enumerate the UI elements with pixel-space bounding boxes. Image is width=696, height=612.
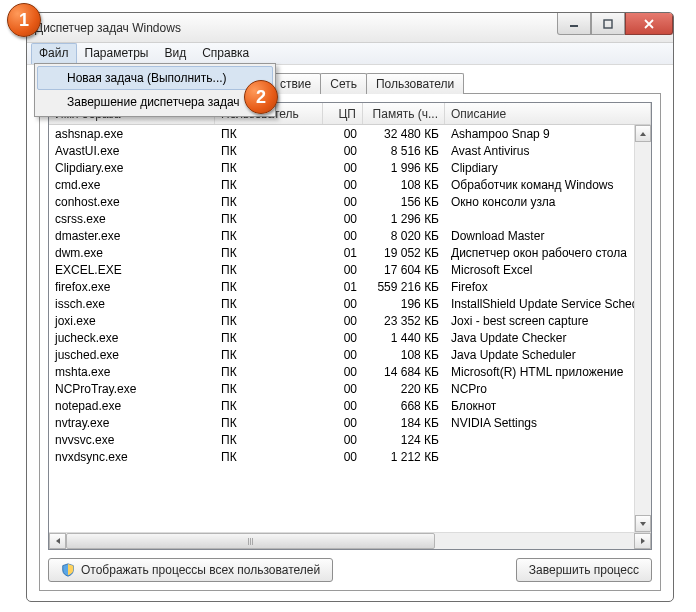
table-row[interactable]: EXCEL.EXEПК0017 604 КБMicrosoft Excel [49, 261, 651, 278]
vertical-scrollbar[interactable] [634, 125, 651, 532]
cell-desc: NVIDIA Settings [445, 415, 651, 431]
cell-mem: 8 516 КБ [363, 143, 445, 159]
cell-mem: 1 996 КБ [363, 160, 445, 176]
cell-name: issch.exe [49, 296, 215, 312]
svg-rect-0 [570, 25, 578, 27]
table-row[interactable]: issch.exeПК00196 КБInstallShield Update … [49, 295, 651, 312]
table-row[interactable]: dmaster.exeПК008 020 КБDownload Master [49, 227, 651, 244]
cell-mem: 668 КБ [363, 398, 445, 414]
cell-mem: 1 296 КБ [363, 211, 445, 227]
cell-desc: Firefox [445, 279, 651, 295]
menu-help[interactable]: Справка [194, 43, 257, 64]
cell-cpu: 00 [323, 228, 363, 244]
cell-mem: 32 480 КБ [363, 126, 445, 142]
horizontal-scrollbar[interactable] [49, 532, 651, 549]
col-desc[interactable]: Описание [445, 103, 651, 124]
cell-desc: Avast Antivirus [445, 143, 651, 159]
cell-name: nvtray.exe [49, 415, 215, 431]
cell-user: ПК [215, 364, 323, 380]
maximize-button[interactable] [591, 13, 625, 35]
cell-cpu: 00 [323, 262, 363, 278]
cell-user: ПК [215, 313, 323, 329]
scroll-left-icon[interactable] [49, 533, 66, 549]
table-row[interactable]: firefox.exeПК01559 216 КБFirefox [49, 278, 651, 295]
cell-name: jucheck.exe [49, 330, 215, 346]
table-row[interactable]: csrss.exeПК001 296 КБ [49, 210, 651, 227]
table-row[interactable]: nvxdsync.exeПК001 212 КБ [49, 448, 651, 465]
menu-exit-taskmgr[interactable]: Завершение диспетчера задач [37, 90, 273, 114]
table-row[interactable]: Clipdiary.exeПК001 996 КБClipdiary [49, 159, 651, 176]
cell-user: ПК [215, 398, 323, 414]
table-row[interactable]: notepad.exeПК00668 КББлокнот [49, 397, 651, 414]
table-row[interactable]: jusched.exeПК00108 КБJava Update Schedul… [49, 346, 651, 363]
cell-cpu: 00 [323, 398, 363, 414]
scroll-down-icon[interactable] [635, 515, 651, 532]
menu-view[interactable]: Вид [156, 43, 194, 64]
cell-mem: 19 052 КБ [363, 245, 445, 261]
cell-name: nvxdsync.exe [49, 449, 215, 465]
cell-mem: 1 440 КБ [363, 330, 445, 346]
cell-user: ПК [215, 160, 323, 176]
table-row[interactable]: AvastUI.exeПК008 516 КБAvast Antivirus [49, 142, 651, 159]
cell-desc [445, 456, 651, 458]
cell-name: joxi.exe [49, 313, 215, 329]
table-row[interactable]: cmd.exeПК00108 КБОбработчик команд Windo… [49, 176, 651, 193]
cell-name: csrss.exe [49, 211, 215, 227]
cell-desc: NCPro [445, 381, 651, 397]
shield-icon [61, 563, 75, 577]
table-row[interactable]: ashsnap.exeПК0032 480 КБAshampoo Snap 9 [49, 125, 651, 142]
cell-desc: Clipdiary [445, 160, 651, 176]
table-row[interactable]: mshta.exeПК0014 684 КБMicrosoft(R) HTML … [49, 363, 651, 380]
cell-name: conhost.exe [49, 194, 215, 210]
cell-desc: Диспетчер окон рабочего стола [445, 245, 651, 261]
table-row[interactable]: nvtray.exeПК00184 КБNVIDIA Settings [49, 414, 651, 431]
cell-desc [445, 218, 651, 220]
cell-cpu: 00 [323, 347, 363, 363]
tab-performance-partial[interactable]: ствие [270, 73, 321, 94]
cell-user: ПК [215, 381, 323, 397]
table-row[interactable]: conhost.exeПК00156 КБОкно консоли узла [49, 193, 651, 210]
scroll-up-icon[interactable] [635, 125, 651, 142]
menu-file[interactable]: Файл [31, 43, 77, 64]
cell-user: ПК [215, 432, 323, 448]
table-row[interactable]: nvvsvc.exeПК00124 КБ [49, 431, 651, 448]
cell-desc: Обработчик команд Windows [445, 177, 651, 193]
window-title: Диспетчер задач Windows [35, 21, 181, 35]
cell-name: jusched.exe [49, 347, 215, 363]
cell-cpu: 00 [323, 415, 363, 431]
cell-mem: 14 684 КБ [363, 364, 445, 380]
tab-network[interactable]: Сеть [320, 73, 367, 94]
hscroll-thumb[interactable] [66, 533, 435, 549]
menu-new-task[interactable]: Новая задача (Выполнить...) [37, 66, 273, 90]
table-row[interactable]: dwm.exeПК0119 052 КБДиспетчер окон рабоч… [49, 244, 651, 261]
cell-name: EXCEL.EXE [49, 262, 215, 278]
table-row[interactable]: joxi.exeПК0023 352 КБJoxi - best screen … [49, 312, 651, 329]
svg-rect-1 [604, 20, 612, 28]
close-button[interactable] [625, 13, 673, 35]
cell-name: Clipdiary.exe [49, 160, 215, 176]
end-process-button[interactable]: Завершить процесс [516, 558, 652, 582]
col-mem[interactable]: Память (ч... [363, 103, 445, 124]
hscroll-track[interactable] [66, 533, 634, 549]
cell-user: ПК [215, 262, 323, 278]
table-row[interactable]: NCProTray.exeПК00220 КБNCPro [49, 380, 651, 397]
cell-mem: 23 352 КБ [363, 313, 445, 329]
show-all-users-button[interactable]: Отображать процессы всех пользователей [48, 558, 333, 582]
menu-options[interactable]: Параметры [77, 43, 157, 64]
cell-mem: 559 216 КБ [363, 279, 445, 295]
cell-name: nvvsvc.exe [49, 432, 215, 448]
cell-name: ashsnap.exe [49, 126, 215, 142]
minimize-button[interactable] [557, 13, 591, 35]
table-row[interactable]: jucheck.exeПК001 440 КБJava Update Check… [49, 329, 651, 346]
vscroll-track[interactable] [635, 142, 651, 515]
titlebar[interactable]: Диспетчер задач Windows [27, 13, 673, 43]
col-cpu[interactable]: ЦП [323, 103, 363, 124]
cell-desc: InstallShield Update Service Scheduler [445, 296, 651, 312]
cell-cpu: 00 [323, 194, 363, 210]
cell-name: dmaster.exe [49, 228, 215, 244]
cell-user: ПК [215, 194, 323, 210]
scroll-right-icon[interactable] [634, 533, 651, 549]
tab-users[interactable]: Пользователи [366, 73, 464, 94]
cell-mem: 17 604 КБ [363, 262, 445, 278]
cell-cpu: 00 [323, 313, 363, 329]
